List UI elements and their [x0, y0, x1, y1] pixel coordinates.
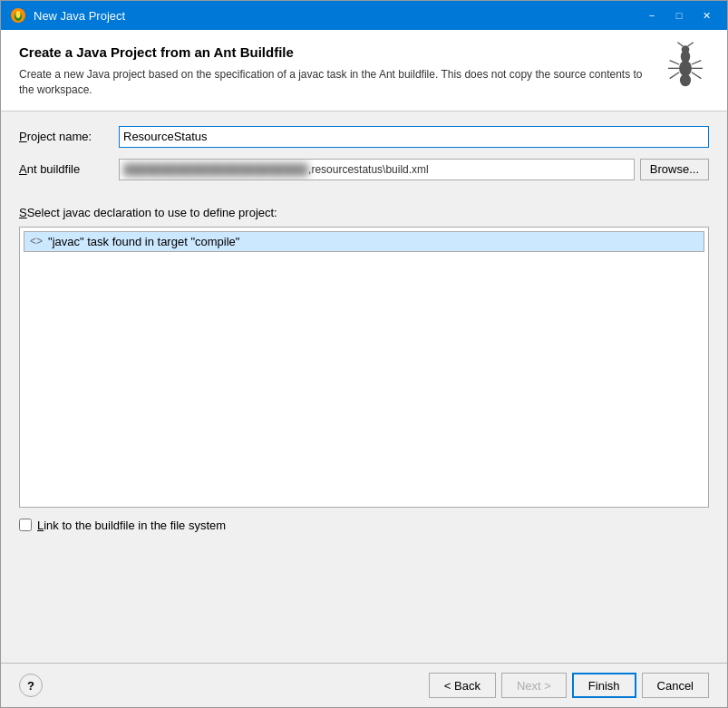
finish-button[interactable]: Finish — [572, 673, 636, 698]
minimize-button[interactable]: − — [640, 6, 664, 24]
cancel-button[interactable]: Cancel — [642, 673, 709, 698]
svg-point-5 — [680, 73, 691, 86]
path-suffix: ,resourcestatus\build.xml — [308, 163, 429, 176]
bottom-bar: ? < Back Next > Finish Cancel — [1, 663, 727, 707]
svg-line-12 — [692, 61, 701, 64]
javac-list-box[interactable]: <> "javac" task found in target "compile… — [19, 227, 709, 508]
link-buildfile-checkbox[interactable] — [19, 519, 32, 531]
checkbox-row: Link to the buildfile in the file system — [1, 508, 727, 532]
blurred-path: ████████████████████████ — [123, 163, 308, 176]
close-button[interactable]: ✕ — [694, 6, 718, 24]
restore-button[interactable]: □ — [667, 6, 691, 24]
browse-button[interactable]: Browse... — [640, 159, 709, 180]
window-controls: − □ ✕ — [640, 6, 718, 24]
content-area: Project name: Ant buildfile ████████████… — [1, 112, 727, 663]
list-item[interactable]: <> "javac" task found in target "compile… — [24, 231, 704, 252]
list-item-text: "javac" task found in target "compile" — [48, 235, 239, 248]
back-button[interactable]: < Back — [429, 673, 496, 698]
buildfile-path: ████████████████████████ ,resourcestatus… — [119, 159, 635, 180]
header-description: Create a new Java project based on the s… — [19, 67, 709, 98]
svg-line-14 — [692, 73, 701, 79]
buildfile-field: ████████████████████████ ,resourcestatus… — [119, 159, 709, 180]
svg-line-9 — [670, 61, 679, 64]
svg-point-2 — [16, 11, 21, 18]
javac-item-icon: <> — [30, 235, 43, 247]
window: New Java Project − □ ✕ Create a — [0, 0, 728, 708]
buildfile-row: Ant buildfile ████████████████████████ ,… — [19, 159, 709, 180]
project-name-input[interactable] — [119, 126, 709, 148]
next-button[interactable]: Next > — [501, 673, 567, 698]
ant-logo-icon — [662, 41, 709, 88]
form-section: Project name: Ant buildfile ████████████… — [1, 112, 727, 206]
help-button[interactable]: ? — [19, 674, 43, 697]
link-buildfile-label[interactable]: Link to the buildfile in the file system — [37, 519, 226, 532]
window-title: New Java Project — [34, 9, 640, 23]
project-name-row: Project name: — [19, 126, 709, 148]
window-icon — [10, 7, 26, 24]
project-name-label: Project name: — [19, 130, 119, 143]
title-bar: New Java Project − □ ✕ — [1, 1, 727, 30]
svg-line-8 — [688, 43, 694, 46]
header-section: Create a Java Project from an Ant Buildf… — [1, 30, 727, 112]
svg-line-11 — [670, 73, 679, 79]
header-title: Create a Java Project from an Ant Buildf… — [19, 44, 709, 60]
select-javac-label: SSelect javac declaration to use to defi… — [1, 206, 727, 219]
svg-line-7 — [677, 43, 683, 46]
buildfile-label: Ant buildfile — [19, 162, 119, 176]
